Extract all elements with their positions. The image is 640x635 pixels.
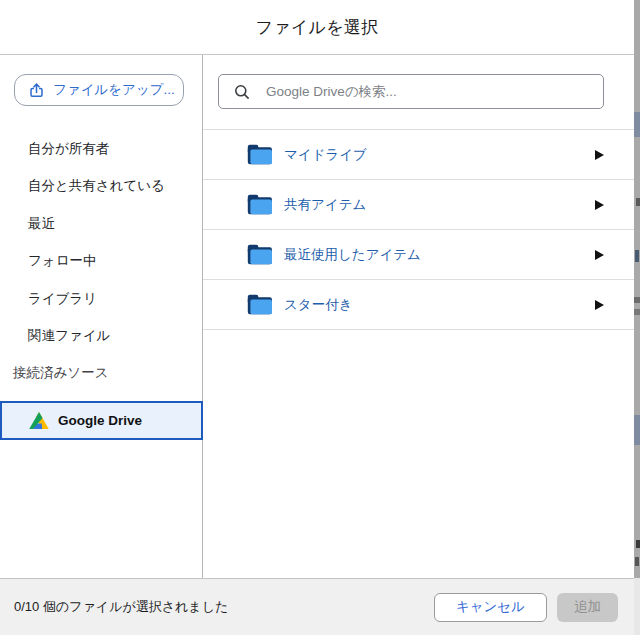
drive-browser-pane: マイドライブ 共有アイテム [203,55,634,578]
background-fragment [635,557,639,566]
background-fragment [634,578,640,635]
folder-row-my-drive[interactable]: マイドライブ [203,130,634,180]
search-input[interactable] [266,84,603,99]
folder-icon [247,244,273,265]
background-page-sliver [634,0,640,635]
folder-icon [247,294,273,315]
background-fragment [634,415,640,445]
folder-label: 共有アイテム [284,196,366,214]
sidebar-item-related-files[interactable]: 関連ファイル [0,318,202,356]
upload-file-button[interactable]: ファイルをアップ... [14,74,184,106]
background-fragment [636,540,640,548]
background-fragment [634,309,640,315]
cancel-button[interactable]: キャンセル [434,593,547,622]
search-box[interactable] [218,74,604,109]
folder-row-starred[interactable]: スター付き [203,280,634,330]
chevron-right-icon[interactable] [595,300,604,310]
upload-button-label: ファイルをアップ... [53,81,175,99]
background-fragment [634,297,640,303]
upload-icon [28,82,45,99]
chevron-right-icon[interactable] [595,150,604,160]
dialog-footer: 0/10 個のファイルが選択されました キャンセル 追加 [0,578,634,635]
sidebar-item-recent[interactable]: 最近 [0,205,202,243]
sidebar: ファイルをアップ... 自分が所有者 自分と共有されている 最近 フォロー中 ラ… [0,55,203,578]
folder-icon [247,144,273,165]
chevron-right-icon[interactable] [595,250,604,260]
background-fragment [634,112,640,137]
chevron-right-icon[interactable] [595,200,604,210]
background-fragment [635,250,639,262]
folder-label: マイドライブ [284,146,367,164]
file-picker-dialog: ファイルを選択 ファイルをアップ... 自分が所有者 自分と共有されている 最近… [0,0,634,635]
folder-icon [247,194,273,215]
sidebar-item-shared-with-me[interactable]: 自分と共有されている [0,168,202,206]
folder-row-shared-items[interactable]: 共有アイテム [203,180,634,230]
folder-list: マイドライブ 共有アイテム [203,129,634,330]
sidebar-nav: 自分が所有者 自分と共有されている 最近 フォロー中 ライブラリ 関連ファイル [0,130,202,355]
connected-sources-label: 接続済みソース [0,355,202,390]
google-drive-icon [29,412,49,429]
search-icon [234,84,250,100]
add-button: 追加 [557,593,618,622]
google-drive-label: Google Drive [58,413,142,428]
folder-row-recent-items[interactable]: 最近使用したアイテム [203,230,634,280]
dialog-header: ファイルを選択 [0,0,634,55]
sidebar-item-following[interactable]: フォロー中 [0,243,202,281]
background-fragment [636,198,640,206]
dialog-title: ファイルを選択 [255,16,378,39]
folder-label: 最近使用したアイテム [284,246,421,264]
sidebar-item-owned-by-me[interactable]: 自分が所有者 [0,130,202,168]
sidebar-item-libraries[interactable]: ライブラリ [0,280,202,318]
sidebar-item-google-drive[interactable]: Google Drive [0,401,203,440]
selection-status-text: 0/10 個のファイルが選択されました [14,598,434,616]
folder-label: スター付き [284,296,352,314]
